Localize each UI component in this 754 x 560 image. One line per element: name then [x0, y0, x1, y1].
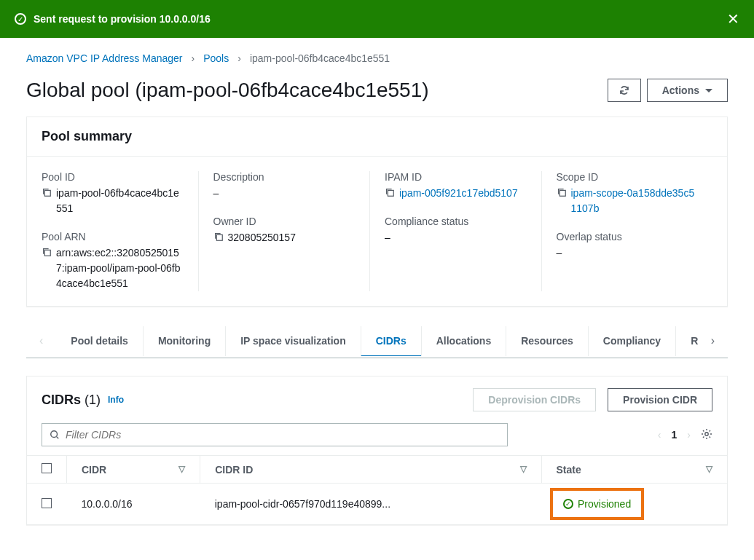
tab-cidrs[interactable]: CIDRs — [361, 326, 421, 356]
tab-monitoring[interactable]: Monitoring — [143, 326, 225, 356]
tab-allocations[interactable]: Allocations — [421, 326, 506, 356]
deprovision-button[interactable]: Deprovision CIDRs — [473, 388, 596, 411]
svg-rect-0 — [44, 190, 50, 196]
banner-text: Sent request to provision 10.0.0.0/16 — [34, 13, 727, 25]
tab-pool-details[interactable]: Pool details — [56, 326, 143, 356]
copy-icon[interactable] — [42, 187, 52, 197]
svg-point-5 — [51, 431, 58, 438]
breadcrumb-current: ipam-pool-06fb4cace4bc1e551 — [250, 52, 390, 64]
copy-icon[interactable] — [557, 187, 567, 197]
success-banner: ✓ Sent request to provision 10.0.0.0/16 … — [0, 0, 754, 38]
pool-id-label: Pool ID — [42, 171, 184, 183]
description-label: Description — [213, 171, 356, 183]
tab-ip-space[interactable]: IP space visualization — [225, 326, 360, 356]
copy-icon[interactable] — [42, 247, 52, 257]
svg-rect-4 — [559, 190, 565, 196]
chevron-down-icon — [705, 89, 712, 92]
chevron-right-icon: › — [192, 52, 195, 64]
cidr-cell: 10.0.0.0/16 — [67, 484, 200, 525]
cidrs-count: (1) — [85, 393, 101, 407]
col-cidr[interactable]: CIDR▽ — [67, 456, 200, 484]
table-row[interactable]: 10.0.0.0/16 ipam-pool-cidr-0657f970d119e… — [27, 484, 727, 525]
check-circle-icon: ✓ — [563, 499, 573, 509]
pager-next[interactable]: › — [687, 429, 691, 441]
overlap-value: – — [557, 245, 699, 261]
breadcrumb-link-pools[interactable]: Pools — [203, 52, 229, 64]
svg-rect-3 — [388, 190, 393, 196]
sort-icon: ▽ — [706, 464, 712, 474]
summary-title: Pool summary — [42, 129, 132, 144]
svg-rect-1 — [44, 250, 50, 256]
tab-overflow[interactable]: Reso — [675, 326, 698, 356]
scope-id-label: Scope ID — [557, 171, 699, 183]
state-highlight: ✓ Provisioned — [550, 488, 644, 520]
pager-prev[interactable]: ‹ — [658, 429, 661, 441]
refresh-icon — [618, 84, 630, 96]
tab-compliancy[interactable]: Compliancy — [588, 326, 675, 356]
owner-id-label: Owner ID — [213, 216, 356, 227]
copy-icon[interactable] — [385, 187, 395, 197]
col-cidr-id[interactable]: CIDR ID▽ — [200, 456, 541, 484]
search-icon — [50, 430, 60, 440]
pool-arn-label: Pool ARN — [42, 231, 184, 242]
ipam-id-label: IPAM ID — [385, 171, 527, 183]
row-checkbox[interactable] — [42, 498, 52, 508]
tabs-scroll-left[interactable]: ‹ — [26, 324, 56, 358]
info-link[interactable]: Info — [108, 395, 124, 405]
owner-id-value: 320805250157 — [228, 230, 296, 245]
compliance-label: Compliance status — [385, 216, 527, 227]
page-title: Global pool (ipam-pool-06fb4cace4bc1e551… — [26, 79, 608, 102]
pool-arn-value: arn:aws:ec2::320805250157:ipam-pool/ipam… — [56, 245, 184, 291]
cidr-id-cell: ipam-pool-cidr-0657f970d119e40899... — [200, 484, 541, 525]
filter-input[interactable] — [66, 429, 500, 441]
sort-icon: ▽ — [178, 464, 185, 474]
state-value: Provisioned — [578, 498, 631, 510]
svg-point-6 — [705, 432, 708, 435]
cidrs-title-text: CIDRs — [42, 393, 81, 407]
svg-rect-2 — [216, 234, 222, 240]
pool-id-value: ipam-pool-06fb4cace4bc1e551 — [56, 186, 184, 216]
breadcrumb-link-ipam[interactable]: Amazon VPC IP Address Manager — [26, 52, 183, 64]
pager-current: 1 — [672, 429, 678, 441]
compliance-value: – — [385, 230, 527, 245]
select-all-checkbox[interactable] — [42, 463, 52, 473]
provision-button[interactable]: Provision CIDR — [608, 388, 712, 411]
pool-summary-panel: Pool summary Pool ID ipam-pool-06fb4cace… — [26, 117, 728, 307]
filter-input-wrap[interactable] — [42, 423, 508, 446]
copy-icon[interactable] — [213, 232, 224, 242]
gear-icon[interactable] — [701, 428, 712, 442]
tabs-scroll-right[interactable]: › — [698, 324, 728, 358]
actions-button[interactable]: Actions — [647, 79, 728, 102]
cidrs-title: CIDRs (1) — [42, 393, 101, 408]
cidrs-section: CIDRs (1) Info Deprovision CIDRs Provisi… — [26, 376, 728, 525]
overlap-label: Overlap status — [557, 231, 699, 242]
tabs: ‹ Pool details Monitoring IP space visua… — [26, 324, 728, 358]
scope-id-link[interactable]: ipam-scope-0a158dde35c51107b — [571, 186, 699, 216]
actions-label: Actions — [662, 84, 699, 96]
ipam-id-link[interactable]: ipam-005f921c17ebd5107 — [399, 186, 518, 201]
col-state[interactable]: State▽ — [541, 456, 727, 484]
description-value: – — [213, 186, 356, 201]
refresh-button[interactable] — [608, 79, 641, 102]
close-icon[interactable]: ✕ — [727, 10, 739, 28]
cidrs-table: CIDR▽ CIDR ID▽ State▽ 10.0.0.0/16 ipam-p… — [27, 455, 727, 524]
sort-icon: ▽ — [520, 464, 527, 474]
chevron-right-icon: › — [237, 52, 241, 64]
check-circle-icon: ✓ — [15, 13, 26, 25]
tab-resources[interactable]: Resources — [506, 326, 588, 356]
breadcrumb: Amazon VPC IP Address Manager › Pools › … — [26, 52, 728, 64]
